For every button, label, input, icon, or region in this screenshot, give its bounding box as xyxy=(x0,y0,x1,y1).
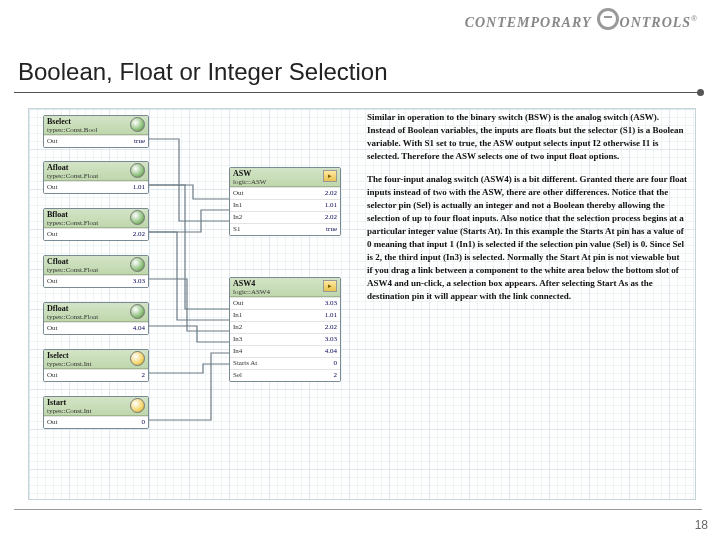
status-dot xyxy=(130,351,145,366)
footer-rule xyxy=(14,509,702,510)
block-asw[interactable]: ASWlogic::ASW ▸ Out2.02 In11.01 In22.02 … xyxy=(229,167,341,236)
block-dfloat[interactable]: Dfloattypes::Const.Float Out4.04 xyxy=(43,302,149,335)
block-iselect[interactable]: Iselecttypes::Const.Int Out2 xyxy=(43,349,149,382)
block-asw4[interactable]: ASW4logic::ASW4 ▸ Out3.03 In11.01 In22.0… xyxy=(229,277,341,382)
page-title: Boolean, Float or Integer Selection xyxy=(18,58,388,86)
page-number: 18 xyxy=(695,518,708,532)
block-cfloat[interactable]: Cfloattypes::Const.Float Out3.03 xyxy=(43,255,149,288)
block-bfloat[interactable]: Bfloattypes::Const.Float Out2.02 xyxy=(43,208,149,241)
logic-icon: ▸ xyxy=(323,280,337,292)
status-dot xyxy=(130,398,145,413)
title-rule xyxy=(14,92,702,93)
block-afloat[interactable]: Afloattypes::Const.Float Out1.01 xyxy=(43,161,149,194)
status-dot xyxy=(130,257,145,272)
description-text: Similar in operation to the binary switc… xyxy=(367,111,687,313)
brand-logo: CONTEMPORARY ONTROLS® xyxy=(465,8,698,31)
block-istart[interactable]: Istarttypes::Const.Int Out0 xyxy=(43,396,149,429)
status-dot xyxy=(130,163,145,178)
status-dot xyxy=(130,117,145,132)
diagram-canvas: Bselecttypes::Const.Bool Outtrue Afloatt… xyxy=(28,108,696,500)
logic-icon: ▸ xyxy=(323,170,337,182)
block-bselect[interactable]: Bselecttypes::Const.Bool Outtrue xyxy=(43,115,149,148)
status-dot xyxy=(130,304,145,319)
status-dot xyxy=(130,210,145,225)
